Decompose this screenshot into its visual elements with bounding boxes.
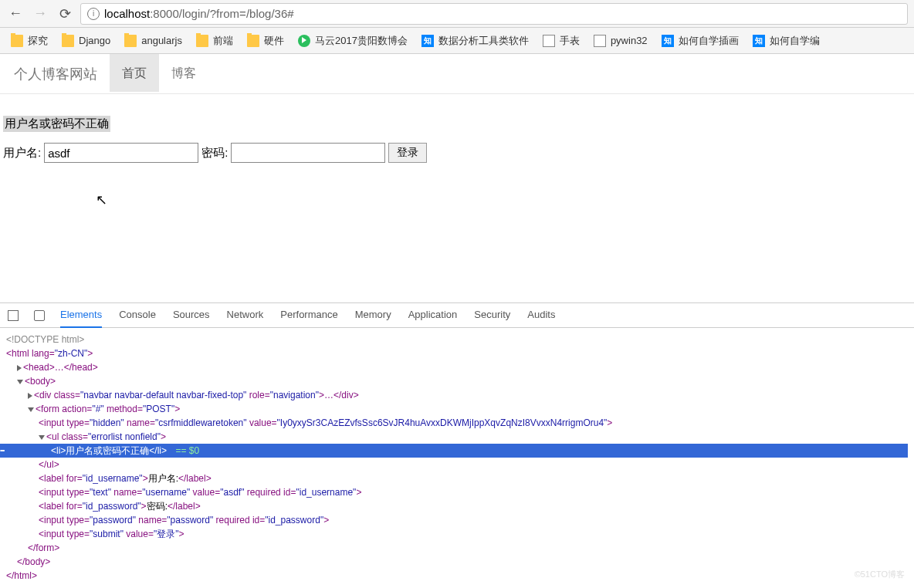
error-container: 用户名或密码不正确 bbox=[0, 94, 914, 132]
code-line: </html> bbox=[6, 569, 908, 583]
bookmark-label: Django bbox=[79, 35, 110, 46]
devtools-panel: ElementsConsoleSourcesNetworkPerformance… bbox=[0, 302, 914, 588]
url-port: :8000 bbox=[150, 7, 179, 20]
reload-button[interactable]: ⟳ bbox=[56, 5, 74, 23]
elements-tree[interactable]: <!DOCTYPE html> <html lang="zh-CN"> <hea… bbox=[0, 328, 914, 588]
code-line: <html lang="zh-CN"> bbox=[6, 346, 908, 360]
inspect-icon[interactable] bbox=[8, 310, 19, 321]
browser-toolbar: ← → ⟳ i localhost:8000/login/?from=/blog… bbox=[0, 0, 914, 28]
folder-icon bbox=[196, 35, 208, 47]
site-navbar: 个人博客网站 首页博客 bbox=[0, 54, 914, 94]
bookmark-label: pywin32 bbox=[611, 35, 648, 46]
nav-link[interactable]: 首页 bbox=[110, 54, 159, 92]
bookmarks-bar: 探究Djangoangularjs前端硬件马云2017贵阳数博会知数据分析工具类… bbox=[0, 28, 914, 54]
code-line: <input type="hidden" name="csrfmiddlewar… bbox=[6, 416, 908, 430]
bookmark-label: 探究 bbox=[28, 34, 48, 48]
username-label: 用户名: bbox=[3, 146, 41, 161]
devtools-tab-console[interactable]: Console bbox=[119, 302, 156, 328]
device-icon[interactable] bbox=[34, 310, 45, 321]
bookmark-label: 如何自学插画 bbox=[679, 34, 739, 48]
devtools-tab-performance[interactable]: Performance bbox=[280, 302, 337, 328]
devtools-tab-network[interactable]: Network bbox=[227, 302, 264, 328]
zhihu-icon: 知 bbox=[662, 35, 674, 47]
devtools-tab-security[interactable]: Security bbox=[474, 302, 510, 328]
doc-icon bbox=[594, 35, 606, 47]
bookmark-label: 硬件 bbox=[264, 34, 284, 48]
bookmark-label: 如何自学编 bbox=[770, 34, 820, 48]
zhihu-icon: 知 bbox=[753, 35, 765, 47]
address-bar[interactable]: i localhost:8000/login/?from=/blog/36# bbox=[80, 3, 908, 25]
folder-icon bbox=[11, 35, 23, 47]
bookmark-label: 前端 bbox=[213, 34, 233, 48]
bookmark-item[interactable]: 马云2017贵阳数博会 bbox=[298, 34, 408, 48]
devtools-tab-memory[interactable]: Memory bbox=[355, 302, 391, 328]
back-button[interactable]: ← bbox=[6, 5, 25, 23]
folder-icon bbox=[62, 35, 74, 47]
code-line: <!DOCTYPE html> bbox=[6, 333, 908, 346]
cursor-icon: ↖ bbox=[96, 191, 107, 208]
page-viewport: 个人博客网站 首页博客 用户名或密码不正确 用户名: 密码: 登录 ↖ bbox=[0, 54, 914, 163]
bookmark-item[interactable]: 知如何自学插画 bbox=[662, 34, 739, 48]
watermark: ©51CTO博客 bbox=[855, 569, 905, 580]
bookmark-item[interactable]: 探究 bbox=[11, 34, 48, 48]
error-message: 用户名或密码不正确 bbox=[3, 116, 110, 132]
folder-icon bbox=[124, 35, 137, 47]
code-line: </ul> bbox=[6, 458, 908, 471]
bookmark-item[interactable]: 前端 bbox=[196, 34, 233, 48]
bookmark-item[interactable]: 知如何自学编 bbox=[753, 34, 820, 48]
selected-element[interactable]: <li>用户名或密码不正确</li> == $0 bbox=[0, 444, 908, 458]
password-input[interactable] bbox=[231, 143, 385, 163]
nav-link[interactable]: 博客 bbox=[159, 54, 208, 92]
bookmark-item[interactable]: pywin32 bbox=[594, 35, 648, 47]
code-line: </form> bbox=[6, 541, 908, 555]
code-line[interactable]: <head>…</head> bbox=[6, 360, 908, 374]
password-label: 密码: bbox=[201, 146, 228, 161]
bookmark-item[interactable]: 手表 bbox=[543, 34, 580, 48]
folder-icon bbox=[247, 35, 259, 47]
bookmark-item[interactable]: Django bbox=[62, 35, 110, 47]
code-line: <input type="text" name="username" value… bbox=[6, 485, 908, 499]
site-info-icon[interactable]: i bbox=[87, 8, 100, 20]
devtools-tabs: ElementsConsoleSourcesNetworkPerformance… bbox=[0, 303, 914, 328]
code-line: <label for="id_username">用户名:</label> bbox=[6, 471, 908, 485]
brand[interactable]: 个人博客网站 bbox=[14, 65, 97, 83]
bookmark-label: 数据分析工具类软件 bbox=[438, 34, 529, 48]
bookmark-label: 马云2017贵阳数博会 bbox=[315, 34, 408, 48]
devtools-tab-application[interactable]: Application bbox=[408, 302, 458, 328]
login-button[interactable]: 登录 bbox=[388, 143, 427, 163]
forward-button[interactable]: → bbox=[31, 5, 49, 23]
code-line[interactable]: <body> bbox=[6, 374, 908, 388]
bookmark-label: 手表 bbox=[560, 34, 580, 48]
url-host: localhost bbox=[104, 7, 150, 20]
code-line: </body> bbox=[6, 555, 908, 569]
play-icon bbox=[298, 35, 310, 47]
code-line: <input type="password" name="password" r… bbox=[6, 513, 908, 527]
bookmark-label: angularjs bbox=[141, 35, 182, 46]
bookmark-item[interactable]: angularjs bbox=[124, 35, 182, 47]
login-form: 用户名: 密码: 登录 bbox=[0, 143, 914, 163]
url-path: /login/?from=/blog/36# bbox=[179, 7, 294, 20]
bookmark-item[interactable]: 知数据分析工具类软件 bbox=[421, 34, 529, 48]
bookmark-item[interactable]: 硬件 bbox=[247, 34, 284, 48]
username-input[interactable] bbox=[44, 143, 198, 163]
devtools-tab-sources[interactable]: Sources bbox=[173, 302, 210, 328]
code-line[interactable]: <form action="#" method="POST"> bbox=[6, 402, 908, 416]
doc-icon bbox=[543, 35, 555, 47]
code-line[interactable]: <ul class="errorlist nonfield"> bbox=[6, 430, 908, 444]
devtools-tab-elements[interactable]: Elements bbox=[60, 302, 102, 328]
code-line: <label for="id_password">密码:</label> bbox=[6, 499, 908, 513]
code-line[interactable]: <div class="navbar navbar-default navbar… bbox=[6, 388, 908, 402]
zhihu-icon: 知 bbox=[421, 35, 434, 47]
devtools-tab-audits[interactable]: Audits bbox=[527, 302, 555, 328]
code-line: <input type="submit" value="登录"> bbox=[6, 527, 908, 541]
